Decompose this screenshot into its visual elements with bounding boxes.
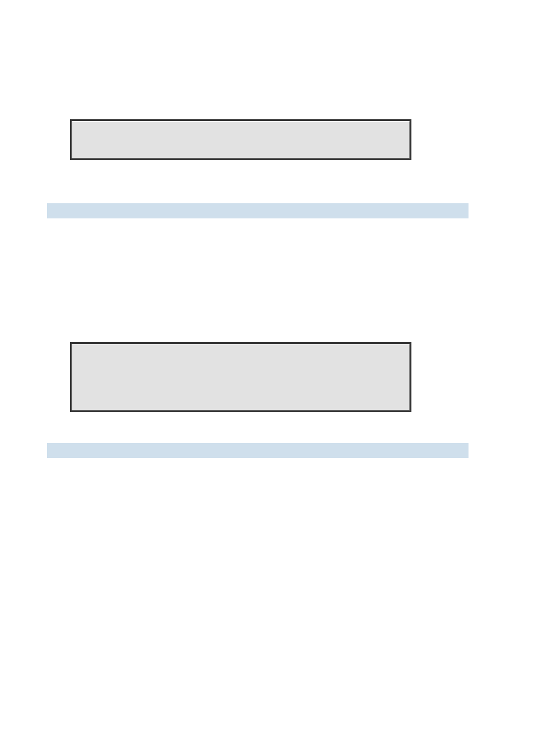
highlight-bar-2 (47, 443, 469, 458)
framed-panel-1 (70, 119, 411, 160)
framed-panel-2 (70, 342, 411, 412)
highlight-bar-1 (47, 203, 469, 218)
